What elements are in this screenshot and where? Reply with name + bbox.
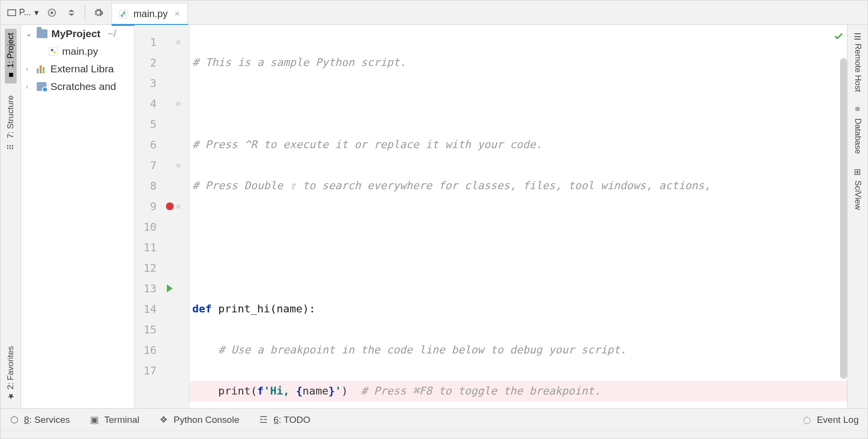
inspection-ok-icon[interactable] <box>833 31 844 42</box>
target-icon[interactable] <box>46 6 58 19</box>
code-editor[interactable]: 1⊟ 2 3 4⊟ 5 6 7⊟ 8 9⊡ 10 11 12 13 14 15 … <box>135 25 847 408</box>
svg-point-1 <box>51 12 53 14</box>
gear-icon[interactable] <box>92 6 105 19</box>
tool-project[interactable]: ■ 1: Project <box>5 29 17 84</box>
python-file-icon <box>48 46 58 56</box>
tool-sciview[interactable]: ⊞ SciView <box>853 166 863 213</box>
svg-point-7 <box>53 51 56 54</box>
scratches-icon <box>37 82 46 91</box>
editor-tab-main-py[interactable]: main.py × <box>112 3 188 24</box>
fold-end-icon[interactable]: ⊡ <box>176 202 184 210</box>
chevron-down-icon: ⌄ <box>26 30 33 38</box>
svg-point-3 <box>122 12 123 13</box>
chevron-right-icon: › <box>26 83 33 90</box>
left-tool-strip: ■ 1: Project ⠿ 7: Structure ★ 2: Favorit… <box>0 25 21 408</box>
grid-icon: ⊞ <box>853 169 862 177</box>
fold-icon[interactable]: ⊟ <box>176 38 184 46</box>
python-file-icon <box>119 9 129 19</box>
structure-icon: ⠿ <box>6 141 15 150</box>
tree-external-libraries[interactable]: › External Libra <box>21 60 134 78</box>
editor-tab-label: main.py <box>134 8 168 20</box>
server-icon: ☰ <box>853 32 862 41</box>
chevron-right-icon: › <box>26 65 33 73</box>
project-tree: ⌄ MyProject ~/ main.py › External Libra … <box>21 25 135 408</box>
terminal-icon: ▣ <box>90 415 99 425</box>
tool-terminal[interactable]: ▣ Terminal <box>90 415 139 425</box>
tool-remote-host[interactable]: ☰ Remote Host <box>853 29 863 95</box>
hexagon-icon: ⬡ <box>9 415 19 425</box>
library-icon <box>37 65 46 73</box>
run-config-label: P... <box>19 7 31 18</box>
list-icon: ☲ <box>259 415 269 425</box>
folder-icon: ■ <box>6 71 15 80</box>
fold-icon[interactable]: ⊟ <box>176 100 184 108</box>
right-tool-strip: ☰ Remote Host ≡ Database ⊞ SciView <box>847 25 868 408</box>
editor-scrollbar[interactable] <box>840 58 847 379</box>
run-gutter-icon[interactable] <box>167 285 173 292</box>
main-toolbar: P... ▾ main.py × <box>0 0 868 25</box>
breakpoint-icon[interactable] <box>166 202 174 210</box>
star-icon: ★ <box>6 393 15 401</box>
tool-database[interactable]: ≡ Database <box>853 104 863 157</box>
svg-point-6 <box>51 49 53 51</box>
collapse-all-icon[interactable] <box>65 6 78 19</box>
tree-root[interactable]: ⌄ MyProject ~/ <box>21 25 134 43</box>
bottom-tool-strip: ⬡ 8: Services ▣ Terminal ❖ Python Consol… <box>0 408 868 431</box>
run-config-selector[interactable]: P... ▾ <box>7 7 39 18</box>
tool-todo[interactable]: ☲ 6: TODO <box>259 415 310 425</box>
tool-event-log[interactable]: ◌ Event Log <box>802 415 859 425</box>
status-bar <box>0 431 868 439</box>
tool-python-console[interactable]: ❖ Python Console <box>159 415 239 425</box>
fold-icon[interactable]: ⊟ <box>176 161 184 169</box>
python-icon: ❖ <box>159 415 169 425</box>
tree-file-main-py[interactable]: main.py <box>21 43 134 60</box>
svg-rect-5 <box>49 47 58 56</box>
close-icon[interactable]: × <box>175 9 180 19</box>
tree-scratches[interactable]: › Scratches and <box>21 78 134 95</box>
svg-point-4 <box>125 15 126 16</box>
editor-gutter[interactable]: 1⊟ 2 3 4⊟ 5 6 7⊟ 8 9⊡ 10 11 12 13 14 15 … <box>135 25 189 408</box>
tool-structure[interactable]: ⠿ 7: Structure <box>6 92 16 153</box>
speech-bubble-icon: ◌ <box>802 415 812 425</box>
chevron-down-icon: ▾ <box>34 7 39 18</box>
tool-services[interactable]: ⬡ 8: Services <box>9 415 70 425</box>
editor-content[interactable]: # This is a sample Python script. # Pres… <box>189 25 847 408</box>
database-icon: ≡ <box>853 107 862 115</box>
folder-icon <box>37 29 47 38</box>
tool-favorites[interactable]: ★ 2: Favorites <box>6 343 16 404</box>
